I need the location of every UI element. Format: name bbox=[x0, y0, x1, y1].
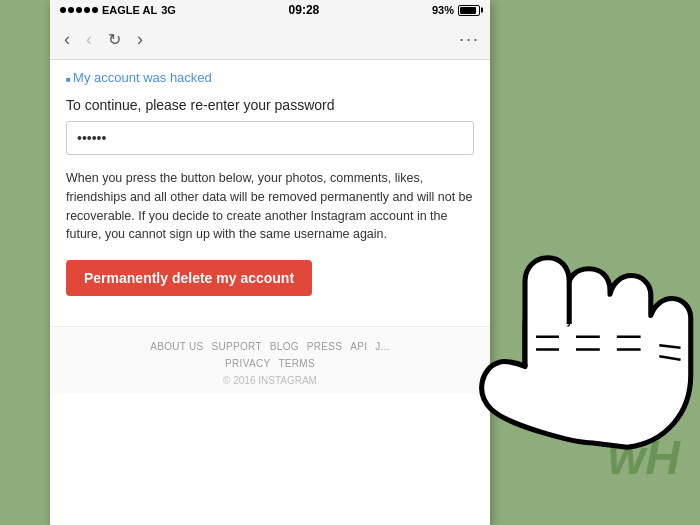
footer-links-row1: ABOUT US SUPPORT BLOG PRESS API J... bbox=[60, 341, 480, 352]
forward-button[interactable]: › bbox=[133, 25, 147, 54]
signal-dot-5 bbox=[92, 7, 98, 13]
hand-cursor-illustration bbox=[420, 185, 700, 485]
status-right: 93% bbox=[432, 4, 480, 16]
password-input[interactable] bbox=[66, 121, 474, 155]
clock: 09:28 bbox=[289, 3, 320, 17]
status-bar: EAGLE AL 3G 09:28 93% bbox=[50, 0, 490, 20]
carrier-label: EAGLE AL bbox=[102, 4, 157, 16]
more-button[interactable]: ··· bbox=[459, 29, 480, 50]
footer-links-row2: PRIVACY TERMS bbox=[60, 358, 480, 369]
back-button[interactable]: ‹ bbox=[60, 25, 74, 54]
footer-press-link[interactable]: PRESS bbox=[307, 341, 342, 352]
delete-account-button[interactable]: Permanently delete my account bbox=[66, 260, 312, 296]
browser-nav-bar: ‹ ‹ ↻ › ··· bbox=[50, 20, 490, 60]
battery-fill bbox=[460, 7, 476, 14]
footer-blog-link[interactable]: BLOG bbox=[270, 341, 299, 352]
footer-copyright: © 2016 INSTAGRAM bbox=[60, 375, 480, 386]
battery-percent: 93% bbox=[432, 4, 454, 16]
signal-dot-3 bbox=[76, 7, 82, 13]
hacked-link[interactable]: My account was hacked bbox=[66, 70, 474, 85]
footer-api-link[interactable]: API bbox=[350, 341, 367, 352]
footer-support-link[interactable]: SUPPORT bbox=[212, 341, 262, 352]
footer-jobs-link[interactable]: J... bbox=[375, 341, 390, 352]
warning-text: When you press the button below, your ph… bbox=[66, 169, 474, 244]
footer-about-link[interactable]: ABOUT US bbox=[150, 341, 203, 352]
footer-privacy-link[interactable]: PRIVACY bbox=[225, 358, 270, 369]
back-button-2[interactable]: ‹ bbox=[82, 25, 96, 54]
signal-dot-2 bbox=[68, 7, 74, 13]
signal-dots bbox=[60, 7, 98, 13]
network-label: 3G bbox=[161, 4, 176, 16]
signal-dot-4 bbox=[84, 7, 90, 13]
status-left: EAGLE AL 3G bbox=[60, 4, 176, 16]
refresh-button[interactable]: ↻ bbox=[104, 26, 125, 53]
password-label: To continue, please re-enter your passwo… bbox=[66, 97, 474, 113]
signal-dot-1 bbox=[60, 7, 66, 13]
battery-icon bbox=[458, 5, 480, 16]
footer-terms-link[interactable]: TERMS bbox=[278, 358, 315, 369]
